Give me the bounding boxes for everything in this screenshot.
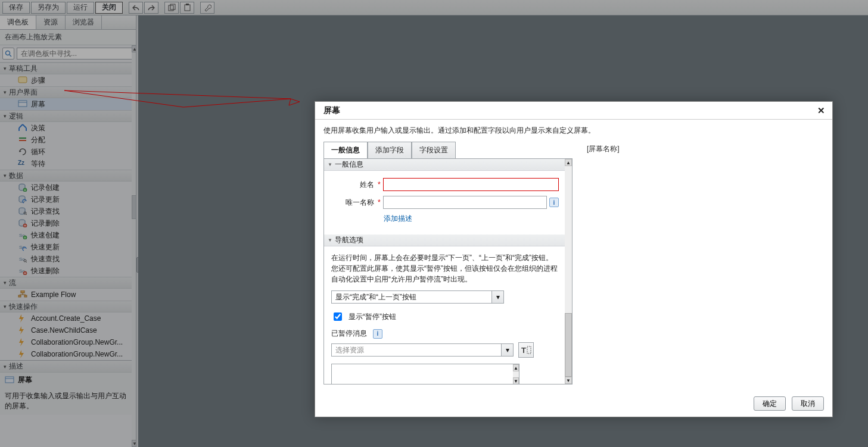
unique-name-input[interactable] <box>383 196 547 209</box>
scroll-down-icon[interactable]: ▼ <box>565 377 572 384</box>
info-icon[interactable]: i <box>549 198 559 207</box>
item-record-create[interactable]: +记录创建 <box>0 182 138 193</box>
item-record-delete[interactable]: 记录删除 <box>0 217 138 229</box>
item-record-update[interactable]: 记录更新 <box>0 193 138 205</box>
ok-button[interactable]: 确定 <box>754 396 786 411</box>
item-example-flow[interactable]: Example Flow <box>0 289 138 301</box>
item-quick-4[interactable]: CollaborationGroup.NewGr... <box>0 348 138 360</box>
resource-placeholder: 选择资源 <box>331 343 502 357</box>
palette-sidebar: 调色板 资源 浏览器 在画布上拖放元素 草稿工具 步骤 用户界面 屏幕 逻辑 决… <box>0 15 138 447</box>
close-button[interactable]: 关闭 <box>95 2 123 14</box>
screen-icon <box>5 376 14 385</box>
item-label: 快速更新 <box>31 242 60 252</box>
item-quick-3[interactable]: CollaborationGroup.NewGr... <box>0 336 138 348</box>
form-scroll-thumb[interactable] <box>565 313 572 377</box>
undo-icon[interactable] <box>129 2 143 14</box>
item-label: 记录更新 <box>31 195 60 205</box>
dialog-header: 屏幕 ✕ <box>315 102 832 120</box>
chevron-down-icon[interactable]: ▾ <box>492 290 504 304</box>
nav-buttons-select[interactable]: 显示“完成”和“上一页”按钮 ▾ <box>331 290 504 304</box>
app-toolbar: 保存 另存为 运行 关闭 <box>0 0 868 15</box>
dialog-subtitle: 使用屏幕收集用户输入或显示输出。通过添加和配置字段以向用户显示来自定义屏幕。 <box>315 120 832 142</box>
info-icon[interactable]: i <box>373 329 382 339</box>
svg-text:T: T <box>521 346 526 355</box>
label-unique-name: 唯一名称 <box>330 198 378 208</box>
item-assign[interactable]: 分配 <box>0 134 138 146</box>
cancel-button[interactable]: 取消 <box>792 396 824 411</box>
copy-icon[interactable] <box>164 2 179 14</box>
item-decision[interactable]: 决策 <box>0 122 138 134</box>
group-data[interactable]: 数据 <box>0 170 138 182</box>
item-label: CollaborationGroup.NewGr... <box>31 338 123 346</box>
textarea-scrollbar[interactable]: ▲▼ <box>513 364 519 385</box>
resource-select[interactable]: 选择资源 ▾ <box>331 343 514 357</box>
group-quick[interactable]: 快速操作 <box>0 301 138 312</box>
svg-rect-35 <box>24 295 27 297</box>
svg-rect-0 <box>169 5 173 11</box>
scroll-up-icon[interactable]: ▲ <box>565 159 572 166</box>
item-loop[interactable]: 循环 <box>0 146 138 158</box>
tab-general[interactable]: 一般信息 <box>323 142 368 158</box>
item-fast-delete[interactable]: So快速删除 <box>0 265 138 277</box>
name-input[interactable] <box>383 178 559 191</box>
save-button[interactable]: 保存 <box>2 2 30 14</box>
item-step[interactable]: 步骤 <box>0 74 138 86</box>
item-label: 决策 <box>31 123 45 133</box>
item-fast-lookup[interactable]: So快速查找 <box>0 253 138 265</box>
svg-rect-2 <box>185 5 190 11</box>
nav-buttons-value: 显示“完成”和“上一页”按钮 <box>331 290 492 304</box>
text-editor-icon[interactable]: T <box>518 342 534 358</box>
tab-palette[interactable]: 调色板 <box>0 15 36 29</box>
item-record-lookup[interactable]: 记录查找 <box>0 205 138 217</box>
nav-help-text: 在运行时间，屏幕上会在必要时显示“下一页”、“上一页”和“完成”按钮。您还可配置… <box>324 246 565 290</box>
item-label: CollaborationGroup.NewGr... <box>31 350 123 358</box>
item-label: 记录删除 <box>31 218 60 229</box>
section-general[interactable]: 一般信息 <box>324 159 565 171</box>
item-label: 记录查找 <box>31 207 60 217</box>
chevron-down-icon[interactable]: ▾ <box>502 343 514 357</box>
description-header[interactable]: 描述 <box>0 361 138 373</box>
canvas-hint: 在画布上拖放元素 <box>0 30 138 45</box>
item-label: 快速查找 <box>31 254 60 264</box>
save-as-button[interactable]: 另存为 <box>31 2 66 14</box>
tab-add-field[interactable]: 添加字段 <box>368 142 412 158</box>
tab-field-settings[interactable]: 字段设置 <box>412 142 456 158</box>
run-button[interactable]: 运行 <box>67 2 94 14</box>
tab-resources[interactable]: 资源 <box>36 15 66 29</box>
item-label: Example Flow <box>31 290 76 299</box>
search-icon[interactable] <box>2 48 14 60</box>
dialog-tabs: 一般信息 添加字段 字段设置 <box>323 142 573 158</box>
item-fast-create[interactable]: So+快速创建 <box>0 229 138 241</box>
section-nav[interactable]: 导航选项 <box>324 235 565 246</box>
svg-rect-3 <box>186 4 189 5</box>
item-fast-update[interactable]: So快速更新 <box>0 241 138 253</box>
palette-search-input[interactable] <box>17 48 135 60</box>
svg-text:So: So <box>19 257 25 262</box>
redo-icon[interactable] <box>144 2 158 14</box>
tab-browser[interactable]: 浏览器 <box>66 15 102 29</box>
group-sketch[interactable]: 草稿工具 <box>0 62 138 74</box>
wrench-icon[interactable] <box>200 2 214 14</box>
svg-text:+: + <box>24 188 26 192</box>
svg-rect-7 <box>18 101 27 107</box>
svg-line-5 <box>10 55 11 57</box>
paused-message-label: 已暂停消息 <box>331 329 367 339</box>
item-label: Case.NewChildCase <box>31 326 97 335</box>
item-wait[interactable]: Zz等待 <box>0 158 138 170</box>
show-pause-checkbox[interactable] <box>334 312 342 321</box>
item-label: 记录创建 <box>31 183 60 193</box>
item-quick-1[interactable]: Account.Create_Case <box>0 312 138 324</box>
dialog-close-icon[interactable]: ✕ <box>817 105 825 116</box>
dialog-preview-pane: [屏幕名称] <box>587 142 824 385</box>
paste-icon[interactable] <box>180 2 194 14</box>
paused-message-textarea[interactable] <box>331 364 519 385</box>
sidebar-description-panel: 描述 屏幕 可用于收集输入或显示输出与用户互动的屏幕。 <box>0 360 138 415</box>
label-name: 姓名 <box>330 180 378 190</box>
add-description-link[interactable]: 添加描述 <box>384 214 412 224</box>
palette-search-row <box>0 45 138 62</box>
group-flow[interactable]: 流 <box>0 277 138 289</box>
item-quick-2[interactable]: Case.NewChildCase <box>0 324 138 336</box>
required-asterisk: * <box>378 198 381 207</box>
item-label: 步骤 <box>31 76 45 86</box>
svg-rect-34 <box>18 295 21 297</box>
